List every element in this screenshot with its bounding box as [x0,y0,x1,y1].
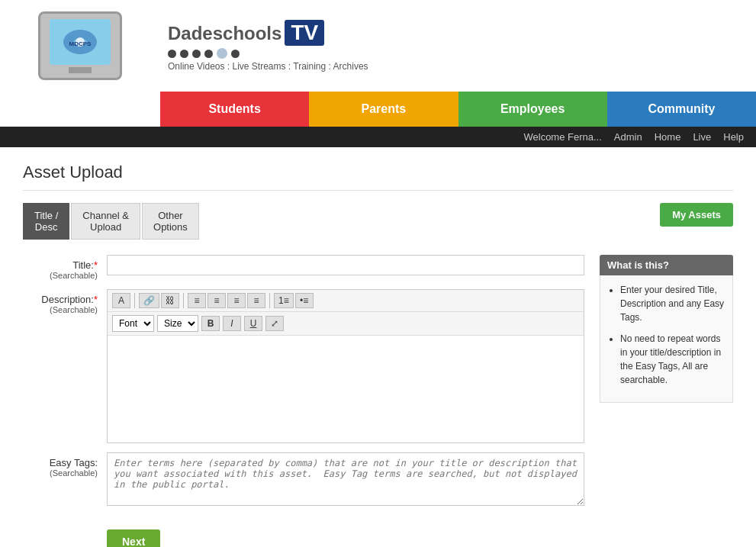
title-searchable: (Searchable) [23,271,98,280]
easy-tags-searchable: (Searchable) [23,468,98,478]
topbar: Welcome Ferna... Admin Home Live Help [0,127,756,147]
rte-toolbar-2: Font Size B I U ⤢ [108,312,584,336]
rte-bold-btn[interactable]: B [201,316,220,331]
nav-students[interactable]: Students [160,92,309,127]
rte-expand-btn[interactable]: ⤢ [265,316,284,331]
form-main: Title:* (Searchable) Description:* (Sear… [23,255,584,547]
logo-svg: MDCPS [57,27,103,57]
title-label-text: Title:* [72,259,98,271]
title-control [107,255,584,275]
tab-other-options[interactable]: OtherOptions [142,203,199,240]
live-link[interactable]: Live [693,131,711,143]
brand-tv: TV [285,20,324,46]
rte-font-select[interactable]: Font [112,315,154,332]
desc-required: * [94,294,98,305]
easy-tags-label: Easy Tags: (Searchable) [23,452,107,478]
desc-row: Description:* (Searchable) A 🔗 ⛓ ≡ [23,289,584,443]
dot-2 [180,50,188,58]
brand-name: Dadeschools [168,23,281,44]
logo-tv: MDCPS [38,11,122,80]
rte-content-area[interactable] [108,336,584,442]
rte-underline-btn[interactable]: U [244,316,262,331]
easy-tags-label-text: Easy Tags: [50,457,98,468]
header: MDCPS Dadeschools TV Online Videos : Liv… [0,0,756,92]
next-btn-row: Next [23,517,584,547]
sep-1 [134,293,135,308]
rte-font-color-btn[interactable]: A [112,293,130,308]
help-box-content: Enter your desired Title, Description an… [600,275,733,403]
my-assets-button[interactable]: My Assets [660,203,733,227]
dots-row [168,48,756,59]
rte-size-select[interactable]: Size [157,315,198,332]
dot-3 [192,50,201,58]
nav-spacer [0,92,160,127]
easy-tags-control [107,452,584,508]
easy-tags-row: Easy Tags: (Searchable) [23,452,584,508]
title-required: * [94,259,98,271]
dot-5 [217,48,227,59]
next-button[interactable]: Next [107,529,160,547]
dot-4 [204,50,213,58]
content: Asset Upload Title /Desc Channel &Upload… [0,147,756,547]
rte-justify-btn[interactable]: ≡ [247,293,265,308]
rte-align-center-btn[interactable]: ≡ [207,293,226,308]
rte-italic-btn[interactable]: I [223,316,241,331]
tv-stand [69,67,92,73]
rte-toolbar-1: A 🔗 ⛓ ≡ ≡ ≡ ≡ 1≡ •≡ [108,290,584,312]
desc-control: A 🔗 ⛓ ≡ ≡ ≡ ≡ 1≡ •≡ [107,289,584,443]
brand-header: Dadeschools TV Online Videos : Live Stre… [168,20,756,72]
desc-searchable: (Searchable) [23,305,98,314]
home-link[interactable]: Home [655,131,681,143]
page-title: Asset Upload [23,162,733,191]
easy-tags-input[interactable] [107,452,584,506]
sep-2 [183,293,184,308]
tab-channel-upload[interactable]: Channel &Upload [71,203,140,240]
dot-1 [168,50,176,58]
title-input[interactable] [107,255,584,275]
rte-align-left-btn[interactable]: ≡ [188,293,206,308]
help-box: What is this? Enter your desired Title, … [600,255,733,547]
rte-unordered-list-btn[interactable]: •≡ [295,293,314,308]
help-list: Enter your desired Title, Description an… [608,283,725,387]
form-section: Title:* (Searchable) Description:* (Sear… [23,255,733,547]
rte-unlink-btn[interactable]: ⛓ [161,293,179,308]
help-link[interactable]: Help [723,131,744,143]
admin-link[interactable]: Admin [614,131,642,143]
title-label: Title:* (Searchable) [23,255,107,280]
sep-3 [269,293,270,308]
logo-box: MDCPS [0,4,160,88]
title-row: Title:* (Searchable) [23,255,584,280]
help-box-title: What is this? [600,255,733,275]
tab-title-desc[interactable]: Title /Desc [23,203,69,240]
help-item-1: Enter your desired Title, Description an… [620,283,725,324]
nav-items: Students Parents Employees Community [160,92,756,127]
logo-screen: MDCPS [50,19,111,65]
dot-6 [231,50,240,58]
svg-text:MDCPS: MDCPS [69,40,92,47]
nav: Students Parents Employees Community [0,92,756,127]
help-item-2: No need to repeat words in your title/de… [620,332,725,387]
nav-parents[interactable]: Parents [309,92,458,127]
nav-employees[interactable]: Employees [458,92,607,127]
rich-text-editor: A 🔗 ⛓ ≡ ≡ ≡ ≡ 1≡ •≡ [107,289,584,443]
desc-label-text: Description:* [41,294,98,305]
brand-text: Dadeschools TV Online Videos : Live Stre… [160,20,756,72]
nav-community[interactable]: Community [607,92,756,127]
rte-ordered-list-btn[interactable]: 1≡ [274,293,294,308]
rte-link-btn[interactable]: 🔗 [139,293,159,308]
brand-top: Dadeschools TV [168,20,756,46]
rte-align-right-btn[interactable]: ≡ [227,293,246,308]
brand-subtitle: Online Videos : Live Streams : Training … [168,61,756,72]
welcome-text: Welcome Ferna... [523,131,601,143]
desc-label: Description:* (Searchable) [23,289,107,314]
tabs-row: Title /Desc Channel &Upload OtherOptions… [23,203,733,240]
